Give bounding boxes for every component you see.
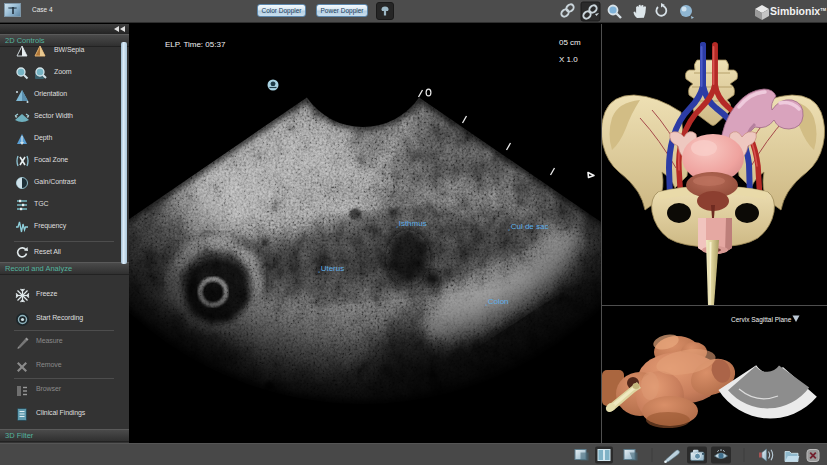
svg-text:¸Uterus: ¸Uterus (318, 264, 344, 273)
svg-text:¸Cul de sac: ¸Cul de sac (508, 222, 548, 231)
svg-text:X 1.0: X 1.0 (559, 55, 578, 64)
svg-text:¸Isthmus: ¸Isthmus (396, 219, 427, 228)
svg-text:ELP. Time: 05:37: ELP. Time: 05:37 (165, 40, 226, 49)
svg-text:Cervix Sagittal Plane: Cervix Sagittal Plane (731, 316, 792, 324)
svg-text:¸Colon: ¸Colon (485, 297, 509, 306)
svg-text:05 cm: 05 cm (559, 38, 581, 47)
